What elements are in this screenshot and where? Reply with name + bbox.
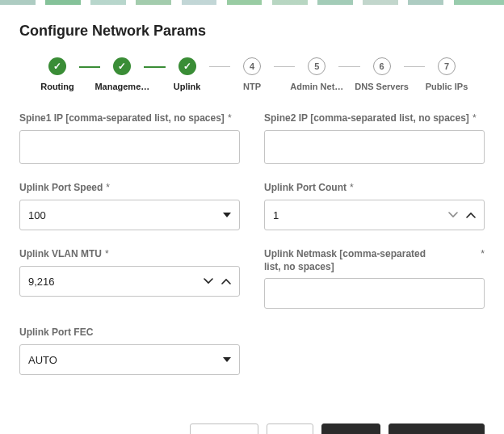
step-number: 5 xyxy=(308,57,326,75)
step-ntp[interactable]: 4NTP xyxy=(225,57,279,91)
step-uplink[interactable]: Uplink xyxy=(161,57,214,91)
required-mark: * xyxy=(228,112,232,124)
field-label: Uplink Port Speed xyxy=(19,182,103,195)
check-icon xyxy=(178,57,196,75)
page-title: Configure Network Params xyxy=(19,23,485,40)
uplink-vlan-mtu-stepper[interactable]: 9,216 xyxy=(19,266,240,297)
field-uplink-port-speed: Uplink Port Speed* 100 xyxy=(19,182,240,230)
field-uplink-vlan-mtu: Uplink VLAN MTU* 9,216 xyxy=(19,248,240,309)
step-number: 7 xyxy=(438,57,456,75)
stepper-value: 9,216 xyxy=(28,276,55,288)
step-number: 6 xyxy=(373,57,391,75)
required-mark: * xyxy=(350,182,354,193)
required-mark: * xyxy=(472,112,477,124)
chevron-up-icon[interactable] xyxy=(221,278,231,284)
uplink-port-count-stepper[interactable]: 1 xyxy=(264,200,485,230)
spine2-ip-input[interactable] xyxy=(264,130,485,164)
caret-down-icon xyxy=(223,213,231,217)
step-routing[interactable]: Routing xyxy=(31,57,84,91)
field-uplink-netmask: Uplink Netmask [comma-separated list, no… xyxy=(264,248,485,309)
field-spine2-ip: Spine2 IP [comma-separated list, no spac… xyxy=(264,112,485,164)
step-dns-servers[interactable]: 6DNS Servers xyxy=(355,57,409,91)
form-grid: Spine1 IP [comma-separated list, no spac… xyxy=(19,112,485,375)
step-admin-network[interactable]: 5Admin Net… xyxy=(290,57,343,91)
spine1-ip-input[interactable] xyxy=(19,130,240,164)
select-value: AUTO xyxy=(28,354,57,366)
field-label: Uplink VLAN MTU xyxy=(19,248,102,261)
chevron-down-icon[interactable] xyxy=(448,212,458,218)
field-uplink-port-count: Uplink Port Count* 1 xyxy=(264,182,485,230)
previous-button[interactable]: Previous xyxy=(190,423,258,434)
uplink-port-speed-select[interactable]: 100 xyxy=(19,200,240,230)
chevron-up-icon[interactable] xyxy=(466,212,476,218)
decorative-top-stripe xyxy=(0,0,504,5)
save-changes-button[interactable]: Save Changes xyxy=(388,423,485,434)
step-number: 4 xyxy=(243,57,261,75)
field-label: Uplink Netmask [comma-separated list, no… xyxy=(264,248,442,273)
field-label: Spine2 IP [comma-separated list, no spac… xyxy=(264,112,469,125)
field-label: Uplink Port FEC xyxy=(19,327,93,339)
required-mark: * xyxy=(481,248,485,259)
cancel-button[interactable]: Cancel xyxy=(321,423,380,434)
caret-down-icon xyxy=(223,357,231,362)
wizard-stepper: Routing Manageme… Uplink 4NTP 5Admin Net… xyxy=(31,57,473,91)
field-label: Spine1 IP [comma-separated list, no spac… xyxy=(19,112,225,125)
field-uplink-port-fec: Uplink Port FEC AUTO xyxy=(19,327,240,375)
uplink-port-fec-select[interactable]: AUTO xyxy=(19,344,240,375)
uplink-netmask-input[interactable] xyxy=(264,278,485,309)
check-icon xyxy=(48,57,66,75)
select-value: 100 xyxy=(28,209,46,221)
field-spine1-ip: Spine1 IP [comma-separated list, no spac… xyxy=(19,112,240,164)
chevron-down-icon[interactable] xyxy=(204,278,213,284)
footer-actions: Previous Next Cancel Save Changes xyxy=(0,423,504,434)
stepper-value: 1 xyxy=(273,209,279,221)
required-mark: * xyxy=(105,248,109,259)
step-public-ips[interactable]: 7Public IPs xyxy=(420,57,473,91)
step-management[interactable]: Manageme… xyxy=(95,57,149,91)
check-icon xyxy=(113,57,131,75)
next-button[interactable]: Next xyxy=(267,423,313,434)
field-label: Uplink Port Count xyxy=(264,182,346,195)
required-mark: * xyxy=(106,182,110,193)
